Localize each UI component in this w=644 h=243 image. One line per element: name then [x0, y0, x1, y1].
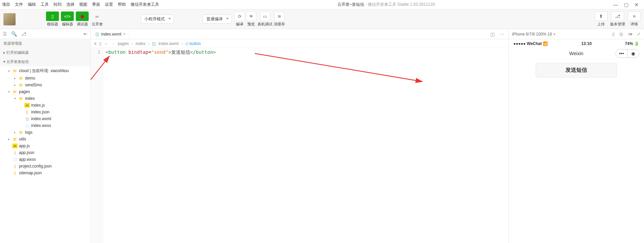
- phone-nav-bar: Weixin ••• ◉: [509, 48, 644, 59]
- device-icon[interactable]: ▯: [612, 31, 615, 37]
- menu-icon: ≡: [628, 12, 641, 21]
- titlebar: 项目文件编辑工具转到选择视图界面设置帮助微信开发者工具 云开发~发短信 - 微信…: [0, 0, 644, 9]
- tree-item-cloud---------xiaoshitou[interactable]: ▾📁cloud | 当前环境: xiaoshitou: [0, 67, 90, 75]
- branch-icon[interactable]: ⎇: [21, 31, 26, 37]
- file-tree: ▾📁cloud | 当前环境: xiaoshitou▸📁demo▸📁sendSm…: [0, 66, 90, 177]
- open-editors-header[interactable]: ▸ 打开的编辑器: [0, 48, 90, 57]
- tree-item-index[interactable]: ▾📁index: [0, 95, 90, 102]
- title-sub: - 微信开发者工具 Stable 1.03.2011120: [364, 2, 435, 7]
- code-area[interactable]: 1 <button bindtap="send">发送短信</button>: [91, 48, 508, 243]
- avatar[interactable]: [3, 13, 16, 25]
- sound-icon[interactable]: 🕪: [628, 31, 632, 37]
- tree-item-app-js[interactable]: JSapp.js: [0, 142, 90, 149]
- tree-item-demo[interactable]: ▸📁demo: [0, 75, 90, 82]
- target-icon[interactable]: ◎: [619, 31, 623, 37]
- wxml-file-icon: ◫: [152, 41, 156, 46]
- title-main: 云开发~发短信: [337, 2, 364, 7]
- search-icon[interactable]: 🔍: [11, 31, 17, 37]
- cloud-icon: ∞: [91, 12, 104, 21]
- menu-设置[interactable]: 设置: [105, 2, 113, 7]
- menu-工具[interactable]: 工具: [41, 2, 49, 7]
- phone-icon: ▯: [46, 12, 59, 21]
- maximize-icon[interactable]: ▢: [624, 2, 628, 7]
- minimize-icon[interactable]: —: [613, 2, 618, 7]
- menu-文件[interactable]: 文件: [15, 2, 23, 7]
- tree-item-index-json[interactable]: {}index.json: [0, 109, 90, 115]
- window-controls: — ▢ ✕: [613, 2, 639, 7]
- tab-row: ◫ index.wxml × ◫ ⋯: [91, 29, 508, 39]
- split-icon[interactable]: ◫: [490, 31, 495, 37]
- upload-button[interactable]: ⬆上传: [595, 12, 607, 27]
- bookmark-icon[interactable]: ▯: [99, 41, 102, 46]
- tree-item-project-config-json[interactable]: {}project.config.json: [0, 163, 90, 170]
- code-icon: </>: [61, 12, 74, 21]
- tree-item-pages[interactable]: ▾📁pages: [0, 88, 90, 95]
- collapse-icon[interactable]: ⇤: [84, 31, 88, 37]
- main-area: ☰ 🔍 ⎇ ⇤ 资源管理器 ▸ 打开的编辑器 ▾ 云开发发短信 ▾📁cloud …: [0, 29, 644, 243]
- remote-debug-button[interactable]: ▭真机调试: [258, 12, 272, 27]
- capsule-more-icon[interactable]: •••: [616, 49, 627, 58]
- file-tab[interactable]: ◫ index.wxml ×: [92, 30, 129, 38]
- bc-file[interactable]: index.wxml: [158, 41, 178, 46]
- version-button[interactable]: ⎇版本管理: [610, 12, 625, 27]
- bc-index[interactable]: index: [136, 41, 146, 46]
- compile-dropdown[interactable]: 普通编译: [203, 15, 232, 24]
- close-icon[interactable]: ✕: [635, 2, 639, 7]
- simulator-header: iPhone 6/7/8 100% 16▾ ▯ ◎ 🕪 ⤢: [509, 29, 644, 39]
- wifi-icon: 📶: [543, 41, 548, 46]
- back-icon[interactable]: ←: [104, 41, 108, 46]
- list-icon[interactable]: ☰: [3, 31, 7, 37]
- preview-button[interactable]: 👁预览: [246, 12, 256, 27]
- explorer-header: 资源管理器: [0, 39, 90, 48]
- refresh-icon: ⟳: [235, 12, 245, 21]
- phone-status-bar: ●●●●● WeChat 📶 13:10 74% 🔋: [509, 39, 644, 48]
- expand-icon[interactable]: ⤢: [637, 31, 641, 37]
- clear-cache-button[interactable]: ≋清缓存: [274, 12, 285, 27]
- capsule-close-icon[interactable]: ◉: [627, 49, 639, 58]
- tree-item-index-wxml[interactable]: ◫index.wxml: [0, 115, 90, 122]
- menu-项目[interactable]: 项目: [2, 2, 10, 7]
- debugger-button[interactable]: 🐞 调试器: [76, 12, 89, 27]
- tab-close-icon[interactable]: ×: [123, 32, 126, 37]
- editor-button[interactable]: </> 编辑器: [61, 12, 74, 27]
- code-content[interactable]: <button bindtap="send">发送短信</button>: [104, 48, 218, 243]
- tree-item-sitemap-json[interactable]: {}sitemap.json: [0, 170, 90, 176]
- upload-icon: ⬆: [595, 12, 607, 21]
- bc-pages[interactable]: pages: [118, 41, 129, 46]
- chevron-down-icon[interactable]: ▾: [553, 32, 555, 37]
- forward-icon[interactable]: →: [111, 41, 115, 46]
- details-button[interactable]: ≡详情: [628, 12, 641, 27]
- mode-dropdown[interactable]: 小程序模式: [141, 15, 174, 24]
- tree-item-index-js[interactable]: JSindex.js: [0, 102, 90, 109]
- project-header[interactable]: ▾ 云开发发短信: [0, 57, 90, 66]
- battery-icon: 🔋: [634, 41, 639, 46]
- phone-screen: ●●●●● WeChat 📶 13:10 74% 🔋 Weixin ••• ◉ …: [509, 39, 644, 243]
- stack-icon: ≋: [274, 12, 285, 21]
- tree-item-utils[interactable]: ▸📁utils: [0, 136, 90, 142]
- doc-icon[interactable]: ≡: [94, 41, 96, 46]
- menu-转到[interactable]: 转到: [53, 2, 62, 7]
- tree-item-sendSms[interactable]: ▸📁sendSms: [0, 82, 90, 88]
- menu-视图[interactable]: 视图: [79, 2, 87, 7]
- device-selector[interactable]: iPhone 6/7/8 100% 16: [512, 32, 552, 37]
- simulator-button[interactable]: ▯ 模拟器: [46, 12, 59, 27]
- tree-item-logs[interactable]: ▸📁logs: [0, 129, 90, 136]
- send-sms-button[interactable]: 发送短信: [536, 63, 617, 78]
- more-icon[interactable]: ⋯: [499, 31, 504, 37]
- menu-选择[interactable]: 选择: [66, 2, 74, 7]
- phone-time: 13:10: [581, 41, 592, 46]
- menu-帮助[interactable]: 帮助: [118, 2, 126, 7]
- menu-编辑[interactable]: 编辑: [28, 2, 36, 7]
- tree-item-index-wxss[interactable]: ⬚index.wxss: [0, 122, 90, 129]
- tree-item-app-wxss[interactable]: ⬚app.wxss: [0, 156, 90, 163]
- compile-button[interactable]: ⟳编译: [235, 12, 245, 27]
- bc-element[interactable]: ◇ button: [185, 41, 201, 46]
- toolbar: ▯ 模拟器 </> 编辑器 🐞 调试器 ∞ 云开发 小程序模式 普通编译 ⟳编译…: [0, 9, 644, 29]
- menu-界面[interactable]: 界面: [92, 2, 100, 7]
- menu-微信开发者工具[interactable]: 微信开发者工具: [131, 2, 159, 7]
- menubar: 项目文件编辑工具转到选择视图界面设置帮助微信开发者工具: [2, 2, 159, 7]
- sidebar-icon-row: ☰ 🔍 ⎇ ⇤: [0, 29, 90, 39]
- tree-item-app-json[interactable]: {}app.json: [0, 149, 90, 156]
- cloud-button[interactable]: ∞ 云开发: [91, 12, 104, 27]
- branch-icon: ⎇: [611, 12, 624, 21]
